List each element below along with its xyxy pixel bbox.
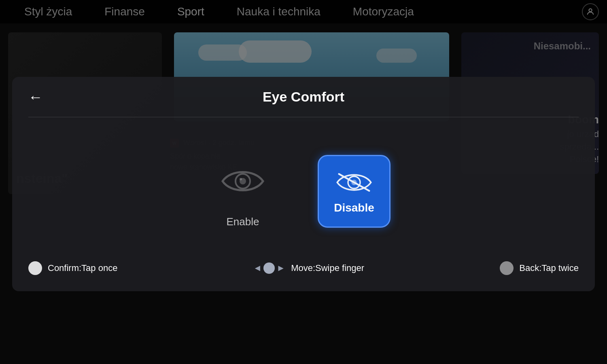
confirm-hint-label: Confirm:Tap once xyxy=(48,263,117,273)
back-button[interactable]: ← xyxy=(28,89,43,106)
svg-point-3 xyxy=(240,178,242,180)
arrow-left-icon: ◄ xyxy=(253,263,262,273)
options-row: Enable Disable xyxy=(28,133,579,249)
confirm-hint-dot xyxy=(28,261,42,275)
dialog-divider xyxy=(28,117,579,117)
arrow-right-icon: ► xyxy=(276,263,285,273)
back-hint: Back:Tap twice xyxy=(500,261,579,275)
dialog-title: Eye Comfort xyxy=(263,89,344,105)
move-hint-arrows: ◄ ► xyxy=(253,262,286,274)
back-hint-dot xyxy=(500,261,514,275)
move-hint: ◄ ► Move:Swipe finger xyxy=(253,262,365,274)
eye-icon-enable xyxy=(216,155,269,207)
dialog-header: ← Eye Comfort xyxy=(28,89,579,105)
confirm-hint: Confirm:Tap once xyxy=(28,261,117,275)
enable-label: Enable xyxy=(227,216,259,228)
eye-comfort-dialog: ← Eye Comfort Enable xyxy=(12,77,595,291)
enable-option[interactable]: Enable xyxy=(216,155,269,228)
disable-btn-label: Disable xyxy=(334,201,374,214)
disable-button[interactable]: Disable xyxy=(318,155,391,228)
disable-option[interactable]: Disable xyxy=(318,155,391,228)
swipe-dot xyxy=(263,262,275,274)
hints-row: Confirm:Tap once ◄ ► Move:Swipe finger B… xyxy=(28,257,579,279)
move-hint-label: Move:Swipe finger xyxy=(291,263,364,273)
back-hint-label: Back:Tap twice xyxy=(519,263,579,273)
